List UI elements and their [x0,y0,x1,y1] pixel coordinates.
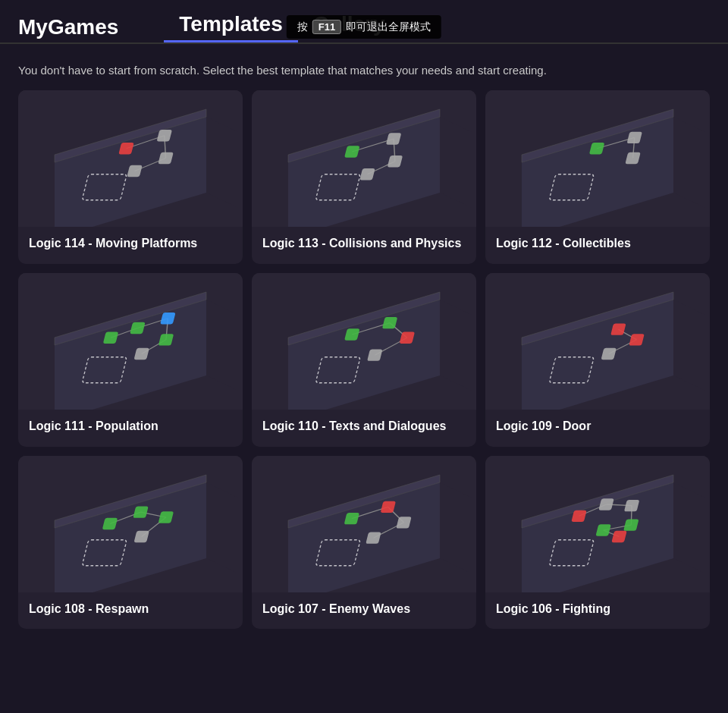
thumbnail-logic107 [252,456,476,592]
card-title-logic112: Logic 112 - Collectibles [496,236,699,252]
mygames-title[interactable]: MyGames [18,15,118,39]
notice-suffix: 即可退出全屏模式 [346,20,431,34]
card-logic112[interactable]: Logic 112 - Collectibles [485,90,710,264]
thumbnail-logic111 [18,273,243,410]
svg-marker-104 [673,482,705,573]
svg-marker-15 [440,117,472,208]
svg-marker-39 [206,300,238,391]
card-logic106[interactable]: Logic 106 - Fighting [485,456,710,630]
card-title-logic107: Logic 107 - Enemy Waves [262,601,466,617]
svg-marker-2 [206,117,238,208]
thumbnail-logic108 [18,456,243,592]
thumbnail-logic109 [485,273,710,410]
f11-badge: F11 [312,20,341,34]
svg-marker-28 [673,117,705,208]
tab-templates[interactable]: Templates [164,12,297,42]
card-title-logic114: Logic 114 - Moving Platforms [29,236,232,252]
card-title-logic106: Logic 106 - Fighting [496,601,699,617]
card-title-logic110: Logic 110 - Texts and Dialogues [262,419,466,435]
card-title-logic109: Logic 109 - Door [496,419,699,435]
header-divider [0,42,728,44]
notice-prefix: 按 [297,20,308,34]
card-logic107[interactable]: Logic 107 - Enemy Waves [252,456,476,630]
card-logic113[interactable]: Logic 113 - Collisions and Physics [252,90,476,264]
svg-marker-91 [440,482,472,573]
thumbnail-logic110 [252,273,476,410]
svg-marker-54 [440,300,472,391]
svg-marker-78 [206,482,238,573]
card-logic110[interactable]: Logic 110 - Texts and Dialogues [252,273,476,447]
card-logic114[interactable]: Logic 114 - Moving Platforms [18,90,243,264]
card-title-logic108: Logic 108 - Respawn [29,601,232,617]
card-logic111[interactable]: Logic 111 - Population [18,273,243,447]
card-title-logic113: Logic 113 - Collisions and Physics [262,236,466,252]
card-title-logic111: Logic 111 - Population [29,419,232,435]
fullscreen-notice: 按 F11 即可退出全屏模式 [287,15,441,39]
svg-marker-67 [673,300,705,391]
card-logic108[interactable]: Logic 108 - Respawn [18,456,243,630]
description-text: You don't have to start from scratch. Se… [0,53,728,90]
templates-grid: Logic 114 - Moving Platforms Logic 113 -… [0,90,728,647]
thumbnail-logic114 [18,90,243,227]
thumbnail-logic106 [485,456,710,592]
thumbnail-logic112 [485,90,710,227]
thumbnail-logic113 [252,90,476,227]
card-logic109[interactable]: Logic 109 - Door [485,273,710,447]
